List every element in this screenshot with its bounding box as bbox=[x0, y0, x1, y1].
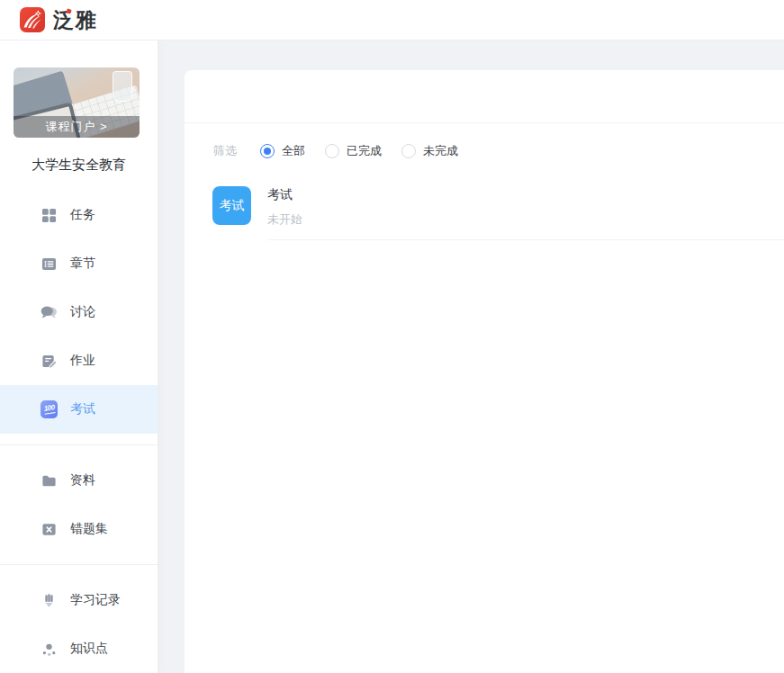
filter-option-label: 未完成 bbox=[423, 143, 458, 159]
exam-list-item[interactable]: 考试 考试 未开始 bbox=[185, 186, 784, 240]
sidebar-item-knowledge-points[interactable]: 知识点 bbox=[0, 624, 158, 673]
sidebar-item-discussion[interactable]: 讨论 bbox=[0, 288, 158, 336]
course-portal-card[interactable]: 课程门户 > bbox=[14, 67, 140, 138]
sidebar-item-label: 讨论 bbox=[70, 304, 95, 320]
filter-label: 筛选 bbox=[213, 143, 237, 159]
sidebar-item-label: 考试 bbox=[70, 401, 95, 417]
tasks-grid-icon bbox=[41, 207, 58, 224]
sidebar-item-label: 任务 bbox=[70, 207, 95, 223]
homework-edit-icon bbox=[41, 353, 58, 370]
sidebar-item-materials[interactable]: 资料 bbox=[0, 456, 158, 505]
sidebar-nav: 任务 章节 bbox=[0, 191, 158, 673]
study-record-pen-icon bbox=[41, 592, 58, 609]
wrong-answers-icon bbox=[41, 521, 58, 538]
filter-option-completed[interactable]: 已完成 bbox=[325, 143, 382, 159]
exam-100-icon: 100 bbox=[41, 401, 58, 418]
brand-wordmark: 泛雅 bbox=[53, 6, 98, 34]
brand-logo[interactable]: 泛雅 bbox=[20, 6, 98, 34]
filter-option-label: 全部 bbox=[282, 143, 305, 159]
sidebar-item-homework[interactable]: 作业 bbox=[0, 336, 158, 385]
sidebar: 课程门户 > 大学生安全教育 任务 bbox=[0, 40, 158, 673]
card-header bbox=[185, 70, 784, 123]
exam-type-badge: 考试 bbox=[212, 186, 251, 225]
course-title: 大学生安全教育 bbox=[0, 157, 158, 174]
sidebar-item-label: 资料 bbox=[70, 472, 95, 489]
content-card: 筛选 全部 已完成 未完成 考试 考试 未开始 bbox=[185, 70, 784, 673]
app-root: 泛雅 课程门户 > 大学生安全教育 bbox=[0, 0, 784, 673]
exam-item-status: 未开始 bbox=[267, 211, 784, 228]
course-portal-label: 课程门户 > bbox=[45, 119, 107, 135]
sidebar-item-study-record[interactable]: 学习记录 bbox=[0, 576, 158, 624]
filter-option-uncompleted[interactable]: 未完成 bbox=[401, 143, 458, 159]
materials-folder-icon bbox=[41, 472, 58, 489]
top-header: 泛雅 bbox=[0, 0, 784, 40]
radio-selected-icon[interactable] bbox=[260, 144, 275, 158]
thumb-glass-shape bbox=[113, 71, 132, 102]
sidebar-divider bbox=[0, 444, 158, 445]
chaoxing-logo-icon bbox=[20, 7, 45, 32]
sidebar-item-label: 知识点 bbox=[70, 641, 108, 657]
exam-item-title: 考试 bbox=[267, 187, 784, 203]
course-portal-overlay: 课程门户 > bbox=[14, 116, 140, 138]
sidebar-item-chapters[interactable]: 章节 bbox=[0, 239, 158, 288]
sidebar-item-label: 错题集 bbox=[70, 521, 108, 537]
sidebar-item-exams[interactable]: 100 考试 bbox=[0, 385, 158, 434]
sidebar-item-label: 章节 bbox=[70, 256, 95, 272]
sidebar-item-tasks[interactable]: 任务 bbox=[0, 191, 158, 239]
sidebar-divider bbox=[0, 564, 158, 565]
chapters-list-icon bbox=[41, 256, 58, 273]
radio-unselected-icon[interactable] bbox=[325, 144, 339, 158]
sidebar-item-label: 学习记录 bbox=[70, 592, 121, 608]
radio-unselected-icon[interactable] bbox=[401, 144, 416, 158]
exam-item-info: 考试 未开始 bbox=[267, 186, 784, 240]
filter-option-all[interactable]: 全部 bbox=[260, 143, 305, 159]
sidebar-item-label: 作业 bbox=[70, 353, 95, 369]
discussion-chat-icon bbox=[41, 304, 58, 321]
filter-bar: 筛选 全部 已完成 未完成 bbox=[185, 123, 784, 179]
sidebar-item-wrong-answers[interactable]: 错题集 bbox=[0, 505, 158, 553]
knowledge-points-icon bbox=[41, 641, 58, 658]
filter-option-label: 已完成 bbox=[347, 143, 382, 159]
